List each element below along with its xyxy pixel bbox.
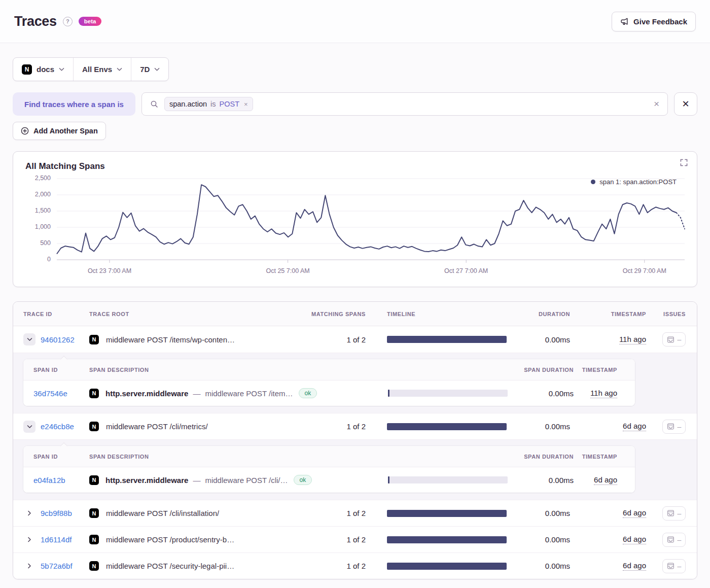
- column-header-trace-root[interactable]: TRACE ROOT: [89, 311, 299, 317]
- trace-root-cell: Nmiddleware POST /cli/installation/: [89, 508, 299, 518]
- timestamp-value: 6d ago: [623, 422, 646, 431]
- span-id-link[interactable]: e04fa12b: [33, 476, 65, 485]
- date-range-filter[interactable]: 7D: [131, 58, 168, 81]
- column-header-matching-spans[interactable]: MATCHING SPANS: [299, 311, 370, 317]
- token-operator[interactable]: is: [210, 100, 216, 108]
- clear-search-icon[interactable]: ×: [654, 98, 659, 110]
- column-header-span-duration: SPAN DURATION: [518, 454, 574, 460]
- timeline-cell: [370, 423, 517, 430]
- span-search-input[interactable]: span.action is POST × ×: [141, 92, 668, 116]
- span-description: middleware POST /item…: [205, 389, 293, 398]
- column-header-issues[interactable]: ISSUES: [646, 311, 697, 317]
- add-another-span-button[interactable]: Add Another Span: [13, 122, 106, 140]
- page-title: Traces: [14, 14, 57, 29]
- column-header-span-timestamp: TIMESTAMP: [574, 367, 635, 373]
- duration-value: 0.00ms: [517, 562, 570, 570]
- issues-button[interactable]: –: [662, 533, 686, 547]
- issues-inbox-icon: [667, 509, 674, 517]
- separator: —: [193, 476, 200, 485]
- expand-chevron-button[interactable]: [23, 560, 36, 572]
- timestamp-cell: 6d ago: [570, 508, 646, 518]
- help-icon[interactable]: ?: [63, 17, 73, 26]
- trace-id-link[interactable]: e246cb8e: [41, 422, 74, 431]
- timeline-bar: [387, 563, 507, 570]
- give-feedback-button[interactable]: Give Feedback: [612, 12, 696, 31]
- fullscreen-icon: [680, 159, 688, 166]
- span-duration-value: 0.00ms: [518, 389, 574, 398]
- trace-id-link[interactable]: 5b72a6bf: [41, 562, 73, 570]
- duration-value: 0.00ms: [517, 422, 570, 431]
- y-axis-tick-label: 2,500: [35, 175, 51, 182]
- expand-chart-button[interactable]: [680, 159, 688, 168]
- timeline-cell: [370, 510, 517, 517]
- issues-button[interactable]: –: [662, 559, 686, 573]
- environment-filter[interactable]: All Envs: [74, 58, 131, 81]
- trace-id-link[interactable]: 1d6114df: [41, 535, 72, 544]
- span-subtable: SPAN IDSPAN DESCRIPTIONSPAN DURATIONTIME…: [23, 446, 635, 493]
- remove-token-icon[interactable]: ×: [244, 100, 248, 108]
- span-timeline-cell: [371, 476, 518, 483]
- trace-root-cell: Nmiddleware POST /items/wp-conten…: [89, 335, 299, 344]
- timestamp-cell: 6d ago: [570, 535, 646, 544]
- span-timeline-marker: [388, 390, 389, 397]
- expand-chevron-button[interactable]: [23, 333, 36, 345]
- search-filter-token[interactable]: span.action is POST ×: [164, 97, 253, 111]
- column-header-duration[interactable]: DURATION: [517, 311, 570, 317]
- timeline-cell: [370, 336, 517, 343]
- column-header-span-description: SPAN DESCRIPTION: [89, 454, 371, 460]
- matching-spans-count: 1 of 2: [299, 335, 370, 344]
- column-header-span-description: SPAN DESCRIPTION: [89, 367, 371, 373]
- traces-table: TRACE ID TRACE ROOT MATCHING SPANS TIMEL…: [13, 301, 697, 579]
- span-timeline-marker: [388, 476, 389, 483]
- trace-id-link[interactable]: 94601262: [41, 335, 75, 344]
- issues-button[interactable]: –: [662, 420, 686, 434]
- separator: —: [193, 389, 200, 398]
- project-filter[interactable]: N docs: [13, 58, 73, 81]
- trace-rows: 94601262Nmiddleware POST /items/wp-conte…: [13, 326, 697, 579]
- timeline-bar: [387, 510, 507, 517]
- span-timestamp-cell: 11h ago: [574, 389, 635, 398]
- trace-root: middleware POST /security-legal-pii…: [106, 562, 234, 570]
- timestamp-value: 6d ago: [623, 535, 646, 544]
- column-header-span-timestamp: TIMESTAMP: [574, 454, 635, 460]
- expand-chevron-button[interactable]: [23, 421, 36, 433]
- span-status-badge: ok: [294, 475, 312, 485]
- expand-chevron-button[interactable]: [23, 534, 36, 546]
- chevron-down-icon: [154, 67, 160, 72]
- span-row: e04fa12bNhttp.server.middleware—middlewa…: [23, 467, 635, 493]
- issues-button[interactable]: –: [662, 332, 686, 347]
- chevron-right-icon: [27, 563, 31, 569]
- token-value[interactable]: POST: [220, 100, 239, 108]
- date-range-filter-label: 7D: [140, 65, 150, 74]
- span-description-cell: Nhttp.server.middleware—middleware POST …: [89, 475, 371, 485]
- chart-title: All Matching Spans: [25, 161, 685, 171]
- chevron-down-icon: [27, 337, 32, 341]
- trace-root: middleware POST /cli/metrics/: [106, 422, 208, 431]
- y-axis-tick-label: 0: [47, 256, 51, 263]
- plus-circle-icon: [21, 127, 29, 135]
- duration-value: 0.00ms: [517, 535, 570, 544]
- trace-id-cell: 5b72a6bf: [13, 560, 89, 572]
- span-duration-value: 0.00ms: [518, 476, 574, 485]
- span-id-link[interactable]: 36d7546e: [33, 389, 67, 398]
- beta-badge: beta: [79, 17, 102, 26]
- trace-row: 9cb9f88bNmiddleware POST /cli/installati…: [13, 500, 697, 526]
- column-header-timestamp[interactable]: TIMESTAMP: [570, 311, 646, 317]
- span-timestamp-value: 11h ago: [590, 389, 617, 398]
- span-description-cell: Nhttp.server.middleware—middleware POST …: [89, 388, 371, 398]
- column-header-timeline[interactable]: TIMELINE: [370, 311, 517, 317]
- issues-button[interactable]: –: [662, 506, 686, 521]
- timeline-bar: [387, 336, 507, 343]
- column-header-trace-id[interactable]: TRACE ID: [13, 311, 89, 317]
- expand-chevron-button[interactable]: [23, 507, 36, 520]
- trace-id-link[interactable]: 9cb9f88b: [41, 509, 72, 517]
- add-another-span-label: Add Another Span: [33, 127, 98, 135]
- chart-legend[interactable]: span 1: span.action:POST: [591, 178, 677, 186]
- trace-id-cell: 1d6114df: [13, 534, 89, 546]
- spans-line-chart[interactable]: [57, 179, 685, 263]
- column-header-span-id: SPAN ID: [23, 367, 89, 373]
- remove-span-filter-button[interactable]: ✕: [674, 92, 697, 116]
- timeline-cell: [370, 536, 517, 543]
- span-id-cell: e04fa12b: [23, 476, 89, 485]
- give-feedback-label: Give Feedback: [633, 17, 687, 26]
